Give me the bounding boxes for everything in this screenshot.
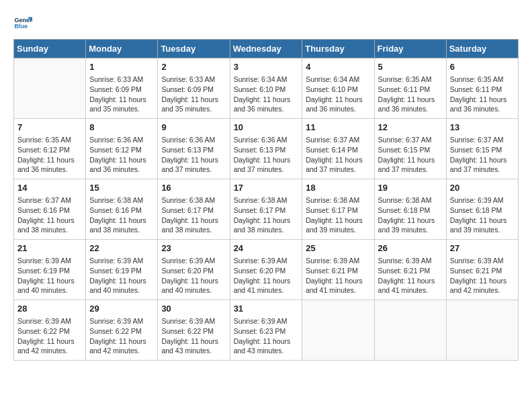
- day-cell: 25Sunrise: 6:39 AMSunset: 6:21 PMDayligh…: [302, 240, 374, 300]
- day-cell: 28Sunrise: 6:39 AMSunset: 6:22 PMDayligh…: [14, 300, 86, 361]
- weekday-header-monday: Monday: [86, 40, 158, 58]
- logo-icon: General Blue: [13, 13, 32, 32]
- day-cell: 15Sunrise: 6:38 AMSunset: 6:16 PMDayligh…: [86, 179, 158, 240]
- day-cell: 2Sunrise: 6:33 AMSunset: 6:09 PMDaylight…: [158, 58, 230, 119]
- day-info: Sunrise: 6:39 AMSunset: 6:19 PMDaylight:…: [17, 256, 82, 295]
- day-cell: 7Sunrise: 6:35 AMSunset: 6:12 PMDaylight…: [14, 119, 86, 179]
- day-number: 5: [378, 61, 443, 73]
- day-number: 25: [306, 242, 370, 255]
- day-info: Sunrise: 6:39 AMSunset: 6:20 PMDaylight:…: [161, 256, 226, 295]
- day-number: 1: [89, 61, 154, 73]
- day-info: Sunrise: 6:39 AMSunset: 6:22 PMDaylight:…: [89, 316, 154, 356]
- week-row-5: 28Sunrise: 6:39 AMSunset: 6:22 PMDayligh…: [14, 300, 519, 361]
- day-cell: 17Sunrise: 6:38 AMSunset: 6:17 PMDayligh…: [230, 179, 302, 240]
- day-cell: 29Sunrise: 6:39 AMSunset: 6:22 PMDayligh…: [86, 300, 158, 361]
- day-number: 27: [450, 242, 515, 255]
- day-cell: 10Sunrise: 6:36 AMSunset: 6:13 PMDayligh…: [230, 119, 302, 179]
- day-cell: 13Sunrise: 6:37 AMSunset: 6:15 PMDayligh…: [446, 119, 518, 179]
- day-info: Sunrise: 6:39 AMSunset: 6:18 PMDaylight:…: [450, 195, 515, 235]
- weekday-header-tuesday: Tuesday: [158, 40, 230, 58]
- day-info: Sunrise: 6:39 AMSunset: 6:21 PMDaylight:…: [306, 256, 370, 295]
- day-info: Sunrise: 6:39 AMSunset: 6:21 PMDaylight:…: [450, 256, 515, 295]
- day-number: 16: [161, 182, 226, 194]
- day-info: Sunrise: 6:39 AMSunset: 6:23 PMDaylight:…: [234, 316, 299, 356]
- logo: General Blue: [13, 13, 35, 32]
- day-cell: 26Sunrise: 6:39 AMSunset: 6:21 PMDayligh…: [374, 240, 446, 300]
- day-info: Sunrise: 6:35 AMSunset: 6:11 PMDaylight:…: [378, 75, 443, 114]
- day-cell: 3Sunrise: 6:34 AMSunset: 6:10 PMDaylight…: [230, 58, 302, 119]
- day-info: Sunrise: 6:37 AMSunset: 6:15 PMDaylight:…: [378, 135, 443, 175]
- day-cell: 24Sunrise: 6:39 AMSunset: 6:20 PMDayligh…: [230, 240, 302, 300]
- day-cell: 4Sunrise: 6:34 AMSunset: 6:10 PMDaylight…: [302, 58, 374, 119]
- svg-text:Blue: Blue: [14, 23, 28, 30]
- day-number: 19: [378, 182, 443, 194]
- day-number: 18: [306, 182, 370, 194]
- day-number: 10: [234, 122, 299, 134]
- day-number: 11: [306, 122, 370, 134]
- day-cell: 22Sunrise: 6:39 AMSunset: 6:19 PMDayligh…: [86, 240, 158, 300]
- day-info: Sunrise: 6:34 AMSunset: 6:10 PMDaylight:…: [306, 75, 370, 114]
- weekday-header-row: SundayMondayTuesdayWednesdayThursdayFrid…: [14, 40, 519, 58]
- day-cell: 12Sunrise: 6:37 AMSunset: 6:15 PMDayligh…: [374, 119, 446, 179]
- day-cell: 14Sunrise: 6:37 AMSunset: 6:16 PMDayligh…: [14, 179, 86, 240]
- day-cell: 23Sunrise: 6:39 AMSunset: 6:20 PMDayligh…: [158, 240, 230, 300]
- day-cell: [374, 300, 446, 361]
- day-cell: 1Sunrise: 6:33 AMSunset: 6:09 PMDaylight…: [86, 58, 158, 119]
- day-number: 13: [450, 122, 515, 134]
- day-info: Sunrise: 6:37 AMSunset: 6:14 PMDaylight:…: [306, 135, 370, 175]
- day-number: 22: [89, 242, 154, 255]
- day-number: 9: [161, 122, 226, 134]
- week-row-1: 1Sunrise: 6:33 AMSunset: 6:09 PMDaylight…: [14, 58, 519, 119]
- day-cell: 30Sunrise: 6:39 AMSunset: 6:22 PMDayligh…: [158, 300, 230, 361]
- day-cell: 20Sunrise: 6:39 AMSunset: 6:18 PMDayligh…: [446, 179, 518, 240]
- day-info: Sunrise: 6:39 AMSunset: 6:21 PMDaylight:…: [378, 256, 443, 295]
- day-number: 2: [161, 61, 226, 73]
- day-info: Sunrise: 6:36 AMSunset: 6:12 PMDaylight:…: [89, 135, 154, 175]
- day-number: 17: [234, 182, 299, 194]
- day-number: 29: [89, 303, 154, 315]
- day-cell: 19Sunrise: 6:38 AMSunset: 6:18 PMDayligh…: [374, 179, 446, 240]
- day-cell: 5Sunrise: 6:35 AMSunset: 6:11 PMDaylight…: [374, 58, 446, 119]
- day-info: Sunrise: 6:33 AMSunset: 6:09 PMDaylight:…: [161, 75, 226, 114]
- day-number: 23: [161, 242, 226, 255]
- day-cell: 8Sunrise: 6:36 AMSunset: 6:12 PMDaylight…: [86, 119, 158, 179]
- day-number: 8: [89, 122, 154, 134]
- day-cell: [14, 58, 86, 119]
- day-number: 21: [17, 242, 82, 255]
- day-info: Sunrise: 6:38 AMSunset: 6:17 PMDaylight:…: [234, 195, 299, 235]
- day-cell: 21Sunrise: 6:39 AMSunset: 6:19 PMDayligh…: [14, 240, 86, 300]
- day-info: Sunrise: 6:34 AMSunset: 6:10 PMDaylight:…: [234, 75, 299, 114]
- day-number: 6: [450, 61, 515, 73]
- day-number: 14: [17, 182, 82, 194]
- weekday-header-sunday: Sunday: [14, 40, 86, 58]
- day-number: 24: [234, 242, 299, 255]
- week-row-2: 7Sunrise: 6:35 AMSunset: 6:12 PMDaylight…: [14, 119, 519, 179]
- day-info: Sunrise: 6:39 AMSunset: 6:20 PMDaylight:…: [234, 256, 299, 295]
- day-cell: 11Sunrise: 6:37 AMSunset: 6:14 PMDayligh…: [302, 119, 374, 179]
- day-cell: 18Sunrise: 6:38 AMSunset: 6:17 PMDayligh…: [302, 179, 374, 240]
- day-number: 7: [17, 122, 82, 134]
- weekday-header-wednesday: Wednesday: [230, 40, 302, 58]
- day-number: 30: [161, 303, 226, 315]
- week-row-3: 14Sunrise: 6:37 AMSunset: 6:16 PMDayligh…: [14, 179, 519, 240]
- day-cell: [302, 300, 374, 361]
- day-info: Sunrise: 6:33 AMSunset: 6:09 PMDaylight:…: [89, 75, 154, 114]
- day-number: 31: [234, 303, 299, 315]
- day-number: 12: [378, 122, 443, 134]
- day-cell: 16Sunrise: 6:38 AMSunset: 6:17 PMDayligh…: [158, 179, 230, 240]
- weekday-header-thursday: Thursday: [302, 40, 374, 58]
- weekday-header-friday: Friday: [374, 40, 446, 58]
- day-info: Sunrise: 6:39 AMSunset: 6:19 PMDaylight:…: [89, 256, 154, 295]
- calendar-table: SundayMondayTuesdayWednesdayThursdayFrid…: [13, 39, 519, 361]
- weekday-header-saturday: Saturday: [446, 40, 518, 58]
- day-number: 3: [234, 61, 299, 73]
- day-info: Sunrise: 6:39 AMSunset: 6:22 PMDaylight:…: [17, 316, 82, 356]
- day-cell: 27Sunrise: 6:39 AMSunset: 6:21 PMDayligh…: [446, 240, 518, 300]
- day-info: Sunrise: 6:38 AMSunset: 6:16 PMDaylight:…: [89, 195, 154, 235]
- day-info: Sunrise: 6:39 AMSunset: 6:22 PMDaylight:…: [161, 316, 226, 356]
- day-info: Sunrise: 6:37 AMSunset: 6:16 PMDaylight:…: [17, 195, 82, 235]
- day-number: 20: [450, 182, 515, 194]
- day-info: Sunrise: 6:38 AMSunset: 6:17 PMDaylight:…: [161, 195, 226, 235]
- day-cell: [446, 300, 518, 361]
- page-header: General Blue: [13, 13, 519, 32]
